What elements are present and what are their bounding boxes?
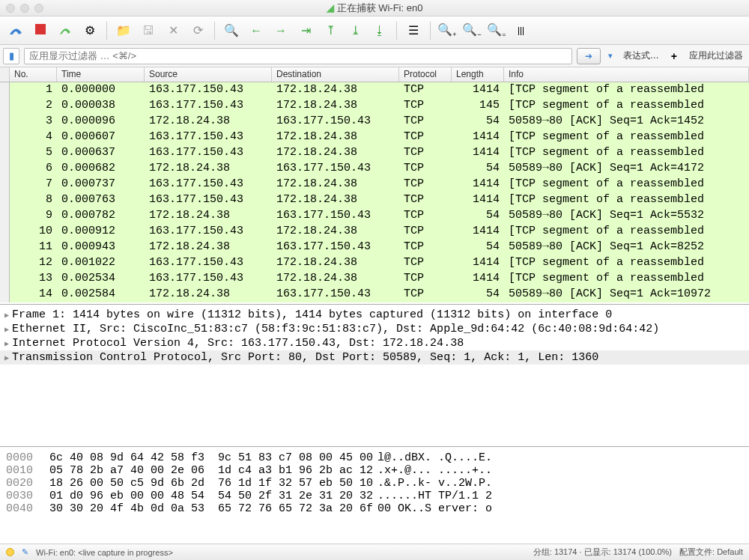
save-file-button[interactable]: 🖫 <box>137 20 160 41</box>
stop-capture-button[interactable] <box>29 20 52 41</box>
go-first-button[interactable]: ⤒ <box>319 20 342 41</box>
packet-list-header: No. Time Source Destination Protocol Len… <box>0 67 749 82</box>
packet-row[interactable]: 40.000607163.177.150.43172.18.24.38TCP14… <box>0 130 749 145</box>
hex-row[interactable]: 00006c 40 08 9d 64 42 58 f3 9c 51 83 c7 … <box>6 451 743 464</box>
open-file-button[interactable]: 📁 <box>112 20 135 41</box>
go-forward-button[interactable]: → <box>270 20 292 41</box>
minimize-window-button[interactable] <box>20 4 29 13</box>
packet-bytes-pane[interactable]: 00006c 40 08 9d 64 42 58 f3 9c 51 83 c7 … <box>0 446 749 544</box>
expand-triangle-icon[interactable]: ▶ <box>3 308 12 321</box>
reload-icon: ⟳ <box>193 23 203 37</box>
status-bar: ✎ Wi-Fi: en0: <live capture in progress>… <box>0 544 749 560</box>
auto-scroll-button[interactable]: ⭳ <box>369 20 391 41</box>
packet-row[interactable]: 20.000038163.177.150.43172.18.24.38TCP14… <box>0 98 749 114</box>
folder-icon: 📁 <box>116 23 131 37</box>
zoom-in-icon: 🔍+ <box>437 22 456 38</box>
go-last-button[interactable]: ⤓ <box>344 20 366 41</box>
packet-row[interactable]: 60.000682172.18.24.38163.177.150.43TCP54… <box>0 161 749 177</box>
packet-list-body[interactable]: 10.000000163.177.150.43172.18.24.38TCP14… <box>0 82 749 304</box>
colorize-button[interactable]: ☰ <box>402 20 425 41</box>
arrow-right-icon: ➔ <box>585 51 592 61</box>
packet-row[interactable]: 90.000782172.18.24.38163.177.150.43TCP54… <box>0 208 749 224</box>
go-to-packet-button[interactable]: ⇥ <box>294 20 317 41</box>
zoom-out-icon: 🔍− <box>462 22 481 38</box>
zoom-reset-button[interactable]: 🔍= <box>485 20 508 41</box>
status-profile: 配置文件: Default <box>679 547 743 558</box>
go-top-icon: ⤒ <box>326 23 336 37</box>
zoom-in-button[interactable]: 🔍+ <box>436 20 458 41</box>
expert-info-led[interactable] <box>6 548 14 556</box>
window-titlebar: ◢ 正在捕获 Wi-Fi: en0 <box>0 0 749 16</box>
status-capture-text: Wi-Fi: en0: <live capture in progress> <box>36 548 173 557</box>
column-header-info[interactable]: Info <box>504 67 749 82</box>
packet-row[interactable]: 30.000096172.18.24.38163.177.150.43TCP54… <box>0 114 749 130</box>
svg-rect-0 <box>35 24 46 34</box>
arrow-right-icon: → <box>275 24 287 37</box>
zoom-out-button[interactable]: 🔍− <box>461 20 483 41</box>
go-back-button[interactable]: ← <box>245 20 267 41</box>
expression-button[interactable]: 表达式… <box>620 49 662 62</box>
arrow-left-icon: ← <box>250 24 262 37</box>
column-header-source[interactable]: Source <box>145 67 272 82</box>
packet-row[interactable]: 110.000943172.18.24.38163.177.150.43TCP5… <box>0 240 749 255</box>
column-header-destination[interactable]: Destination <box>272 67 399 82</box>
display-filter-input[interactable] <box>24 48 572 64</box>
start-capture-button[interactable] <box>4 20 27 41</box>
hex-row[interactable]: 002018 26 00 50 c5 9d 6b 2d 76 1d 1f 32 … <box>6 477 743 490</box>
close-file-button[interactable]: ✕ <box>162 20 184 41</box>
hex-row[interactable]: 001005 78 2b a7 40 00 2e 06 1d c4 a3 b1 … <box>6 464 743 477</box>
expand-triangle-icon[interactable]: ▶ <box>3 351 12 364</box>
packet-row[interactable]: 100.000912163.177.150.43172.18.24.38TCP1… <box>0 224 749 240</box>
column-header-length[interactable]: Length <box>452 67 504 82</box>
packet-row[interactable]: 10.000000163.177.150.43172.18.24.38TCP14… <box>0 82 749 98</box>
shark-fin-icon <box>8 22 23 39</box>
bookmark-icon: ▮ <box>9 50 14 61</box>
column-header-no[interactable]: No. <box>10 67 57 82</box>
resize-columns-button[interactable]: ⫼ <box>510 20 533 41</box>
search-icon: 🔍 <box>224 23 239 37</box>
stop-icon <box>34 23 46 38</box>
autoscroll-icon: ⭳ <box>374 24 386 37</box>
packet-row[interactable]: 140.002584172.18.24.38163.177.150.43TCP5… <box>0 287 749 302</box>
detail-tree-item[interactable]: ▶Transmission Control Protocol, Src Port… <box>0 350 749 365</box>
main-toolbar: ⚙ 📁 🖫 ✕ ⟳ 🔍 ← → ⇥ ⤒ ⤓ ⭳ ☰ 🔍+ 🔍− 🔍= ⫼ <box>0 16 749 45</box>
packet-row[interactable]: 130.002534163.177.150.43172.18.24.38TCP1… <box>0 271 749 287</box>
window-title-text: 正在捕获 Wi-Fi: en0 <box>337 1 423 15</box>
detail-tree-item[interactable]: ▶Ethernet II, Src: CiscoInc_51:83:c7 (58… <box>0 322 749 336</box>
packet-row[interactable]: 70.000737163.177.150.43172.18.24.38TCP14… <box>0 177 749 192</box>
zoom-window-button[interactable] <box>34 4 43 13</box>
columns-icon: ⫼ <box>515 24 527 37</box>
edit-capture-comment-icon[interactable]: ✎ <box>22 547 28 557</box>
expand-triangle-icon[interactable]: ▶ <box>3 337 12 350</box>
colorize-icon: ☰ <box>408 23 419 37</box>
expand-triangle-icon[interactable]: ▶ <box>3 323 12 335</box>
packet-row[interactable]: 50.000637163.177.150.43172.18.24.38TCP14… <box>0 145 749 161</box>
packet-list-pane: No. Time Source Destination Protocol Len… <box>0 67 749 304</box>
add-filter-button[interactable]: + <box>667 50 682 62</box>
filter-apply-arrow-button[interactable]: ➔ <box>577 48 601 64</box>
column-header-time[interactable]: Time <box>57 67 145 82</box>
save-icon: 🖫 <box>142 24 154 37</box>
capture-running-icon: ◢ <box>327 2 334 13</box>
packet-row[interactable]: 80.000763163.177.150.43172.18.24.38TCP14… <box>0 192 749 208</box>
filter-history-dropdown[interactable]: ▾ <box>605 51 616 61</box>
window-title: ◢ 正在捕获 Wi-Fi: en0 <box>327 1 423 15</box>
zoom-reset-icon: 🔍= <box>487 22 506 38</box>
status-packet-count: 分组: 13174 · 已显示: 13174 (100.0%) <box>533 547 672 558</box>
detail-tree-item[interactable]: ▶Frame 1: 1414 bytes on wire (11312 bits… <box>0 308 749 322</box>
reload-button[interactable]: ⟳ <box>187 20 209 41</box>
column-header-protocol[interactable]: Protocol <box>399 67 452 82</box>
find-packet-button[interactable]: 🔍 <box>220 20 243 41</box>
capture-options-button[interactable]: ⚙ <box>79 20 101 41</box>
restart-capture-button[interactable] <box>54 20 76 41</box>
apply-filter-label[interactable]: 应用此过滤器 <box>686 49 746 62</box>
restart-icon <box>58 22 72 39</box>
packet-details-pane[interactable]: ▶Frame 1: 1414 bytes on wire (11312 bits… <box>0 304 749 446</box>
filter-bookmark-button[interactable]: ▮ <box>3 48 19 64</box>
hex-row[interactable]: 004030 30 20 4f 4b 0d 0a 53 65 72 76 65 … <box>6 502 743 515</box>
hex-row[interactable]: 003001 d0 96 eb 00 00 48 54 54 50 2f 31 … <box>6 490 743 502</box>
close-window-button[interactable] <box>6 4 15 13</box>
detail-tree-item[interactable]: ▶Internet Protocol Version 4, Src: 163.1… <box>0 336 749 350</box>
packet-row[interactable]: 120.001022163.177.150.43172.18.24.38TCP1… <box>0 255 749 271</box>
window-controls <box>6 4 43 13</box>
